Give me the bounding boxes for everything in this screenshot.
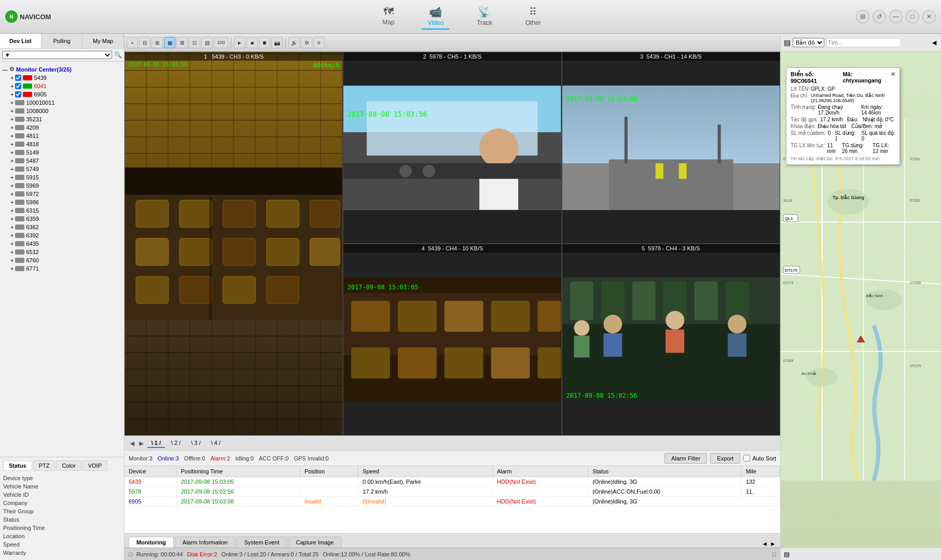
sb-icon-right[interactable]: □: [772, 551, 776, 557]
tree-node-5915[interactable]: + 5915: [10, 173, 122, 181]
topbar-refresh-btn[interactable]: ↺: [873, 10, 886, 23]
tree-node-6315[interactable]: + 6315: [10, 206, 122, 215]
alarm-filter-btn[interactable]: Alarm Filter: [665, 453, 707, 464]
tree-node-6905[interactable]: + 6905: [10, 90, 122, 99]
btab-capture[interactable]: Capture Image: [288, 537, 342, 548]
tb-grid8[interactable]: ⊠: [176, 37, 188, 48]
check-6041[interactable]: [15, 83, 21, 89]
map-collapse-icon[interactable]: ◄: [931, 38, 938, 47]
info-tab-color[interactable]: Color: [56, 460, 81, 471]
svg-rect-45: [491, 347, 530, 379]
tree-node-100010011[interactable]: + 100010011: [10, 99, 122, 107]
page-tab-1[interactable]: \ 1 /: [147, 439, 165, 448]
map-container[interactable]: QL1 DT170 Tp. Bắc Giang Bắc Ninh An Khải…: [781, 52, 941, 548]
page-tab-2[interactable]: \ 2 /: [167, 439, 185, 448]
tree-node-5969[interactable]: + 5969: [10, 181, 122, 190]
tab-dev-list[interactable]: Dev List: [0, 34, 41, 48]
tb-play[interactable]: ►: [234, 37, 245, 48]
check-6905[interactable]: [15, 91, 21, 97]
video-cell-2[interactable]: 2 5978 - CH5 - 1 KB/S: [343, 52, 561, 244]
video-cell-3[interactable]: 3 5439 - CH1 - 14 KB/S: [562, 52, 780, 244]
tb-grid16[interactable]: ▤: [201, 37, 213, 48]
map-toggle-icon[interactable]: ▤: [784, 38, 791, 47]
tree-node-35231[interactable]: + 35231: [10, 115, 122, 123]
info-tab-voip[interactable]: VOIP: [82, 460, 107, 471]
svg-point-72: [827, 189, 869, 215]
export-btn[interactable]: Export: [710, 453, 740, 464]
svg-text:07179: 07179: [783, 281, 794, 285]
map-search-input[interactable]: [826, 38, 901, 47]
topbar-maximize-btn[interactable]: □: [906, 10, 919, 23]
tree-node-6771[interactable]: + 6771: [10, 264, 122, 273]
tree-node-6041[interactable]: + 6041: [10, 82, 122, 90]
tree-node-1008000[interactable]: + 1008000: [10, 107, 122, 115]
tab-my-map[interactable]: My Map: [82, 34, 124, 48]
tb-grid9[interactable]: ⊡: [189, 37, 200, 48]
tb-grid2[interactable]: ⊟: [139, 37, 150, 48]
check-5439[interactable]: [15, 75, 21, 81]
nav-map[interactable]: 🗺 Map: [376, 4, 400, 30]
topbar-close-btn[interactable]: ✕: [922, 10, 936, 23]
tb-settings[interactable]: ⚙: [301, 37, 312, 48]
page-tab-3[interactable]: \ 3 /: [187, 439, 204, 448]
svg-rect-54: [694, 282, 717, 320]
tree-node-4209[interactable]: + 4209: [10, 123, 122, 132]
td-alarm-6905: HDD(Not Exist): [492, 497, 588, 507]
tree-node-5986[interactable]: + 5986: [10, 198, 122, 206]
nav-track[interactable]: 📡 Track: [470, 4, 499, 30]
topbar-minimize-btn[interactable]: —: [889, 10, 903, 23]
tree-node-6359[interactable]: + 6359: [10, 215, 122, 223]
map-type-bar: Bản đồ: [793, 38, 901, 47]
table-row[interactable]: 5978 2017-09-08 15:02:56 17.2 km/h (Onli…: [124, 487, 780, 497]
tree-node-6435[interactable]: + 6435: [10, 240, 122, 248]
table-row[interactable]: 5439 2017-09-08 15:03:05 0.00 km/h(East)…: [124, 477, 780, 487]
btab-scroll-left[interactable]: ◄: [762, 540, 768, 548]
tab-polling[interactable]: Polling: [41, 34, 83, 48]
tree-node-5972[interactable]: + 5972: [10, 190, 122, 198]
info-tab-ptz[interactable]: PTZ: [33, 460, 56, 471]
page-tab-4[interactable]: \ 4 /: [207, 439, 225, 448]
sb-icon-left[interactable]: □: [129, 551, 132, 557]
video-cell-5[interactable]: 5 5978 - CH4 - 3 KB/S: [562, 244, 780, 436]
tree-node-5149[interactable]: + 5149: [10, 148, 122, 157]
info-tab-status[interactable]: Status: [3, 460, 32, 471]
btab-system[interactable]: System Event: [237, 537, 287, 548]
tb-100[interactable]: 100: [214, 37, 228, 48]
tree-node-6392[interactable]: + 6392: [10, 231, 122, 240]
tree-node-6760[interactable]: + 6760: [10, 256, 122, 264]
tree-node-4818[interactable]: + 4818: [10, 140, 122, 148]
tree-root-node[interactable]: — ⚙ Monitor Center(3/25): [2, 65, 122, 74]
tb-grid6[interactable]: ▦: [164, 37, 175, 48]
tb-grid1[interactable]: ▪: [127, 37, 138, 48]
tb-snapshot[interactable]: 📷: [271, 37, 283, 48]
tb-grid4[interactable]: ⊞: [151, 37, 163, 48]
tree-node-4811[interactable]: + 4811: [10, 132, 122, 140]
table-row[interactable]: 6905 2017-09-08 15:03:08 Invalid 0(Inval…: [124, 497, 780, 507]
popup-close-btn[interactable]: ✕: [891, 71, 895, 84]
nav-other[interactable]: ⠿ Other: [519, 4, 547, 30]
page-next-btn[interactable]: ►: [138, 439, 145, 447]
video-cell-4[interactable]: 4 5439 - CH4 - 10 KB/S: [343, 244, 561, 436]
nav-video[interactable]: 📹 Video: [422, 4, 450, 30]
tb-audio[interactable]: 🔊: [288, 37, 300, 48]
tb-record[interactable]: ⏺: [259, 37, 270, 48]
page-prev-btn[interactable]: ◄: [129, 439, 136, 447]
map-type-select[interactable]: Bản đồ: [793, 38, 824, 47]
tree-node-5439[interactable]: + 5439: [10, 74, 122, 82]
video-cell-1[interactable]: 1 5439 - CH3 - 0 KB/S: [124, 52, 343, 436]
tree-node-6512[interactable]: + 6512: [10, 248, 122, 256]
auto-sort-check[interactable]: [743, 455, 750, 461]
tree-node-6362[interactable]: + 6362: [10, 223, 122, 231]
topbar-grid-btn[interactable]: ⊞: [856, 10, 869, 23]
search-icon[interactable]: 🔍: [114, 51, 122, 59]
btab-monitoring[interactable]: Monitoring: [129, 537, 174, 548]
tree-node-5749[interactable]: + 5749: [10, 165, 122, 173]
tree-dropdown[interactable]: ▼: [2, 51, 112, 59]
tb-stop[interactable]: ■: [246, 37, 258, 48]
btab-scroll-right[interactable]: ►: [770, 540, 776, 548]
btab-alarm[interactable]: Alarm Information: [175, 537, 236, 548]
tb-more[interactable]: ≡: [313, 37, 325, 48]
tree-node-5487[interactable]: + 5487: [10, 157, 122, 165]
map-bottom-icon[interactable]: ▤: [784, 551, 790, 558]
video-label-5: 5978 - CH4 - 3 KB/S: [648, 245, 700, 251]
